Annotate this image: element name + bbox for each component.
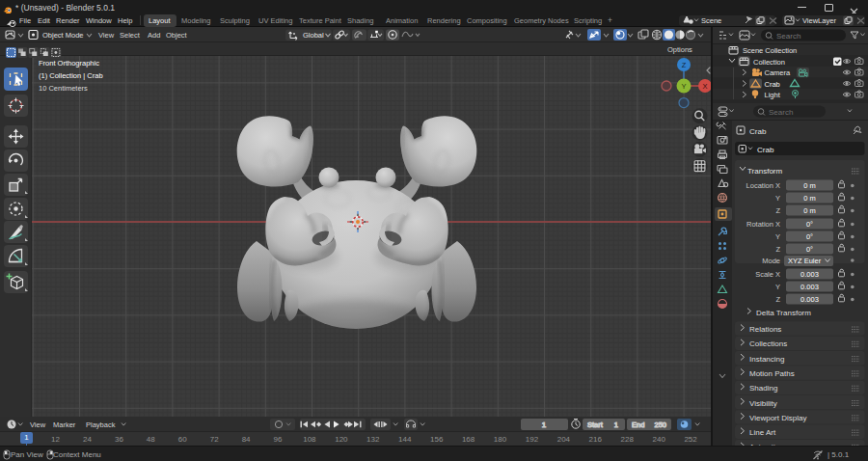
svg-text:Crab: Crab xyxy=(749,127,767,136)
svg-text:Mode: Mode xyxy=(762,257,780,265)
svg-text:0.003: 0.003 xyxy=(800,283,819,291)
svg-text:Collection: Collection xyxy=(753,58,785,67)
svg-text:Delta Transform: Delta Transform xyxy=(756,309,811,317)
svg-text:1: 1 xyxy=(542,420,547,429)
svg-text:Y: Y xyxy=(775,194,780,203)
svg-text:Rotation X: Rotation X xyxy=(746,220,780,229)
svg-text:0.003: 0.003 xyxy=(800,270,819,279)
svg-text:0°: 0° xyxy=(806,245,813,254)
svg-text:Light: Light xyxy=(765,91,781,99)
svg-text:Z: Z xyxy=(775,295,780,304)
svg-text:Camera: Camera xyxy=(765,68,792,77)
svg-text:250: 250 xyxy=(654,420,666,429)
svg-text:X: X xyxy=(702,82,707,91)
svg-text:0 m: 0 m xyxy=(803,181,816,190)
svg-text:0 m: 0 m xyxy=(803,206,816,215)
svg-text:Scene Collection: Scene Collection xyxy=(743,46,797,55)
svg-text:Location X: Location X xyxy=(746,181,780,190)
svg-text:0°: 0° xyxy=(806,232,813,241)
svg-text:Y: Y xyxy=(775,232,780,241)
svg-text:Visibility: Visibility xyxy=(749,399,777,408)
svg-text:Start: Start xyxy=(587,420,604,429)
svg-text:Global: Global xyxy=(303,31,324,40)
svg-text:Z: Z xyxy=(775,206,780,215)
svg-text:Animation: Animation xyxy=(749,443,784,446)
svg-text:0°: 0° xyxy=(806,220,813,229)
svg-text:Search: Search xyxy=(776,32,800,41)
svg-text:Relations: Relations xyxy=(749,325,781,334)
svg-text:Transform: Transform xyxy=(747,167,782,176)
svg-text:Collections: Collections xyxy=(749,339,787,348)
svg-text:0 m: 0 m xyxy=(803,194,816,203)
svg-text:Z: Z xyxy=(775,245,780,254)
svg-text:Search: Search xyxy=(769,108,793,117)
svg-text:Instancing: Instancing xyxy=(749,355,784,364)
svg-text:0.003: 0.003 xyxy=(800,295,819,304)
svg-text:Scale X: Scale X xyxy=(755,270,780,279)
svg-text:Crab: Crab xyxy=(765,80,780,89)
svg-text:Shading: Shading xyxy=(749,384,777,393)
svg-text:Line Art: Line Art xyxy=(749,428,776,437)
svg-text:Viewport Display: Viewport Display xyxy=(749,414,806,422)
svg-text:1: 1 xyxy=(614,420,618,429)
svg-text:Y: Y xyxy=(681,82,686,91)
svg-text:Motion Paths: Motion Paths xyxy=(749,369,795,378)
svg-text:XYZ Euler: XYZ Euler xyxy=(788,257,822,265)
svg-text:Crab: Crab xyxy=(757,146,774,154)
svg-text:Y: Y xyxy=(775,283,780,291)
svg-text:Z: Z xyxy=(682,61,687,69)
svg-text:End: End xyxy=(632,420,644,429)
